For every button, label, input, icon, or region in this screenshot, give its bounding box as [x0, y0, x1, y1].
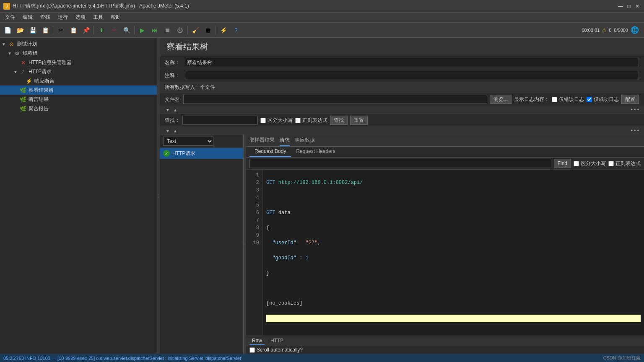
tree-item-assertion-result[interactable]: ▶ 🌿 断言结果: [0, 95, 157, 104]
sub-tabs: Request Body Request Headers: [246, 147, 644, 158]
content-area: 察看结果树 名称： 注释： 所有数据写入一个文件 文件名 测览... 显示日志内…: [160, 38, 644, 354]
scroll-auto-checkbox[interactable]: [249, 347, 255, 353]
thread-group-icon: ⚙: [13, 49, 21, 57]
browse-file-button[interactable]: 测览...: [490, 95, 512, 104]
config-button[interactable]: 配置: [621, 95, 639, 104]
close-button[interactable]: ✕: [634, 3, 641, 10]
remove-button[interactable]: −: [108, 24, 120, 36]
error-log-checkbox-label[interactable]: 仅错误日志: [552, 96, 584, 103]
menu-help[interactable]: 帮助: [107, 13, 124, 22]
regex-checkbox-2[interactable]: [608, 161, 614, 166]
start-button[interactable]: ▶: [136, 24, 148, 36]
menu-edit[interactable]: 编辑: [19, 13, 36, 22]
start-no-pause-button[interactable]: ⏭: [149, 24, 161, 36]
sidebar: ▼ ⊙ 测试计划 ▼ ⚙ 线程组 ▶ ✕ HTTP信息头管理器 ▼: [0, 38, 157, 354]
reset-button[interactable]: 重置: [350, 116, 368, 125]
find-input[interactable]: [249, 159, 551, 168]
tree-item-aggregate-report[interactable]: ▶ 🌿 聚合报告: [0, 104, 157, 113]
expand-arrow: ▼: [2, 42, 8, 47]
comment-input[interactable]: [185, 71, 639, 80]
tree-item-result-tree[interactable]: ▶ 🌿 察看结果树: [0, 85, 157, 95]
sampler-section: Text RegExp Tester CSS/JQuery Tester XPa…: [160, 135, 644, 354]
panel-title: 察看结果树: [160, 38, 644, 56]
maximize-button[interactable]: □: [626, 3, 632, 10]
tree-label-aggregate-report: 聚合报告: [29, 105, 49, 112]
success-log-checkbox-label[interactable]: 仅成功日志: [587, 96, 619, 103]
sampler-item-http-request[interactable]: ✓ HTTP请求: [160, 148, 243, 159]
expand-arrow: ▼: [8, 51, 13, 56]
save-button[interactable]: 💾: [27, 24, 39, 36]
tab-request[interactable]: 请求: [280, 135, 290, 146]
collapse-button-4[interactable]: ▲: [172, 129, 178, 133]
shutdown-button[interactable]: ⏻: [174, 24, 186, 36]
menu-run[interactable]: 运行: [55, 13, 71, 22]
warning-count: 0: [609, 28, 611, 33]
tree-container: ▼ ⊙ 测试计划 ▼ ⚙ 线程组 ▶ ✕ HTTP信息头管理器 ▼: [0, 38, 157, 354]
expand-arrow: ▶: [13, 106, 19, 111]
copy-button[interactable]: 📋: [68, 24, 79, 36]
collapse-button-3[interactable]: ▼: [165, 129, 171, 133]
code-tab-raw[interactable]: Raw: [249, 337, 265, 345]
expand-arrow: ▶: [13, 88, 19, 93]
name-input[interactable]: [185, 58, 639, 67]
code-line-9: [no_cookies]: [266, 300, 641, 307]
sub-tab-request-headers[interactable]: Request Headers: [291, 147, 340, 157]
add-button[interactable]: +: [96, 24, 107, 36]
code-line-2: [266, 194, 641, 202]
tree-label-http-header: HTTP信息头管理器: [29, 59, 72, 66]
sub-tab-request-body[interactable]: Request Body: [249, 147, 291, 157]
log-display-label: 显示日志内容：: [514, 96, 549, 103]
tree-item-http-header[interactable]: ▶ ✕ HTTP信息头管理器: [0, 58, 157, 67]
collapse-button-1[interactable]: ▼: [165, 108, 171, 112]
case-sensitive-label-2[interactable]: 区分大小写: [574, 160, 606, 167]
find-button-1[interactable]: 查找: [330, 116, 348, 125]
case-sensitive-label-1[interactable]: 区分大小写: [260, 117, 293, 124]
sampler-left-panel: Text RegExp Tester CSS/JQuery Tester XPa…: [160, 135, 244, 354]
tab-sampler-result[interactable]: 取样器结果: [249, 135, 275, 146]
tree-item-http-request[interactable]: ▼ / HTTP请求: [0, 67, 157, 76]
stop-button[interactable]: ⏹: [161, 24, 173, 36]
format-select[interactable]: Text RegExp Tester CSS/JQuery Tester XPa…: [163, 137, 213, 146]
open-button[interactable]: 📂: [14, 24, 26, 36]
clear-all-button[interactable]: 🗑: [202, 24, 214, 36]
menu-tools[interactable]: 工具: [90, 13, 106, 22]
tree-item-response-assertion[interactable]: ▶ ⚡ 响应断言: [0, 76, 157, 85]
code-line-10: [266, 315, 641, 322]
help-button[interactable]: ?: [230, 24, 242, 36]
regex-checkbox-1[interactable]: [295, 118, 301, 123]
code-tab-http[interactable]: HTTP: [268, 337, 286, 345]
success-log-checkbox[interactable]: [587, 97, 592, 102]
http-header-icon: ✕: [19, 59, 27, 66]
menu-find[interactable]: 查找: [37, 13, 54, 22]
file-name-input[interactable]: [183, 95, 487, 104]
minimize-button[interactable]: —: [617, 3, 624, 10]
clear-button[interactable]: 🧹: [190, 24, 201, 36]
comment-label: 注释：: [165, 72, 182, 79]
paste-button[interactable]: 📌: [80, 24, 92, 36]
search-input[interactable]: [182, 116, 258, 125]
cut-button[interactable]: ✂: [55, 24, 67, 36]
scroll-auto-label[interactable]: Scroll automatically?: [249, 347, 303, 353]
tree-item-test-plan[interactable]: ▼ ⊙ 测试计划: [0, 39, 157, 49]
find-button-2[interactable]: Find: [554, 159, 571, 168]
collapse-button-2[interactable]: ▲: [172, 108, 178, 112]
regex-label-1[interactable]: 正则表达式: [295, 117, 327, 124]
menu-options[interactable]: 选项: [72, 13, 89, 22]
more-options-2[interactable]: • • •: [631, 128, 639, 134]
error-log-checkbox[interactable]: [552, 97, 557, 102]
tree-item-thread-group[interactable]: ▼ ⚙ 线程组: [0, 49, 157, 58]
function-helper-button[interactable]: ⚡: [218, 24, 229, 36]
file-section-label: 所有数据写入一个文件: [165, 84, 215, 91]
tab-response-data[interactable]: 响应数据: [295, 135, 315, 146]
code-tabs: Raw HTTP: [246, 336, 644, 346]
tree-label-test-plan: 测试计划: [17, 41, 37, 48]
case-sensitive-checkbox-1[interactable]: [260, 118, 266, 123]
browse-button[interactable]: 🔍: [121, 24, 132, 36]
comment-row: 注释：: [160, 69, 644, 82]
new-button[interactable]: 📄: [2, 24, 13, 36]
save-as-button[interactable]: 📋: [39, 24, 51, 36]
more-options-1[interactable]: • • •: [631, 107, 639, 113]
regex-label-2[interactable]: 正则表达式: [608, 160, 641, 167]
menu-file[interactable]: 文件: [2, 13, 18, 22]
case-sensitive-checkbox-2[interactable]: [574, 161, 579, 166]
